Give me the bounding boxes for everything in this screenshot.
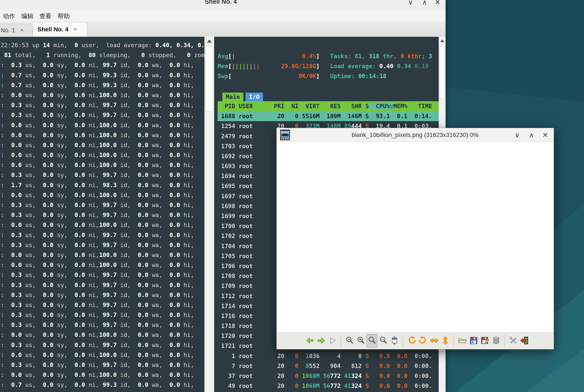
terminal-window-title: Shell No. 4 [205,0,237,5]
htop-process-row[interactable]: 1 root 20 0 1036 4 0 S 0.0 0.0 0:00. [218,351,439,361]
fit-window-icon [390,336,399,346]
save-icon [469,336,479,346]
menu-item[interactable]: 查看 [36,12,54,21]
zoom-fit-icon [368,336,377,346]
nav-next-button[interactable] [316,334,327,348]
preferences-button[interactable] [508,334,519,348]
rotate-ccw-button[interactable] [406,334,417,348]
flip-horizontal-icon [429,336,439,346]
htop-tab-io[interactable]: I/O [245,92,263,101]
toolbar-separator [341,335,341,347]
viewer-titlebar[interactable]: blank_10billion_pixels.png (31623x316230… [277,128,554,142]
top-command-pane[interactable]: 22:26:53 up 14 min, 0 user, load average… [0,37,204,392]
save-button[interactable] [468,334,479,348]
scrollbar-thumb[interactable] [440,46,445,99]
delete-button[interactable] [491,334,502,348]
flip-vertical-button[interactable] [440,334,451,348]
toolbar-separator [454,335,454,347]
rotate-cw-icon [418,336,428,346]
rotate-ccw-icon [407,336,416,346]
image-viewer-window: blank_10billion_pixels.png (31623x316230… [276,128,554,350]
nav-next-icon [317,336,326,346]
htop-column-header[interactable]: PID USER PRI NI VIRT RES SHR S CPU%▽MEM%… [218,101,439,111]
zoom-fit-button[interactable] [367,334,377,348]
save-as-icon [480,336,490,346]
zoom-orig-icon: 1:1 [379,336,388,346]
htop-tab-main[interactable]: Main [222,92,243,101]
menu-item[interactable]: 编辑 [18,12,36,21]
exit-button[interactable] [519,334,530,348]
preferences-icon [509,336,518,346]
tab-label: No. 1 [1,27,15,34]
viewer-image-canvas [277,142,554,333]
save-as-button[interactable] [480,334,490,348]
menu-item[interactable]: 帮助 [54,12,73,21]
image-thumbnail-icon [280,130,290,140]
fit-window-button[interactable] [389,334,400,348]
flip-vertical-icon [441,336,450,346]
shade-button[interactable]: ∨ [513,131,522,139]
close-button[interactable]: ✕ [433,0,442,6]
zoom-out-button[interactable] [344,334,355,348]
toolbar-separator [403,335,403,347]
terminal-titlebar[interactable]: Shell No. 4 ∨∧✕ [0,0,446,10]
zoom-orig-button[interactable]: 1:1 [378,334,389,348]
slideshow-icon [328,336,337,346]
htop-process-row[interactable]: 49 root 20 0 1068M 56772 41324 S 0.0 0.0… [218,381,439,391]
delete-icon [492,336,501,346]
shade-button[interactable]: ∨ [406,0,415,6]
toolbar-separator [504,335,505,347]
tab-close-icon[interactable]: × [20,27,23,34]
terminal-menubar: 动作编辑查看帮助 [0,10,446,22]
terminal-tabbar: No. 1×Shell No. 4× [0,22,446,36]
maximize-button[interactable]: ∧ [420,0,429,6]
open-file-icon [458,336,467,346]
flip-horizontal-button[interactable] [429,334,440,348]
close-button[interactable]: ✕ [541,131,550,139]
nav-prev-button[interactable] [305,334,315,348]
zoom-in-button[interactable] [355,334,366,348]
htop-process-row[interactable]: 50 root 20 0 1068M 56772 41324 S 0.0 0.0… [218,391,439,392]
scrollbar-thumb[interactable] [205,46,213,112]
viewer-window-title: blank_10billion_pixels.png (31623x316230… [352,132,479,138]
nav-prev-icon [305,336,315,346]
svg-text:1:1: 1:1 [381,338,384,340]
scroll-up-icon[interactable] [440,39,444,42]
zoom-in-icon [356,336,365,346]
htop-process-row[interactable]: 37 root 20 0 1068M 56772 41324 S 0.0 0.0… [218,371,439,381]
viewer-toolbar: 1:1 [277,332,554,349]
tab-label: Shell No. 4 [37,26,68,33]
scroll-up-icon[interactable] [207,39,212,42]
open-file-button[interactable] [457,334,468,348]
terminal-tab-1[interactable]: No. 1× [0,24,32,36]
menu-item[interactable]: 动作 [0,12,18,21]
htop-process-row[interactable]: 1688 root 20 0 5516M 189M 146M S 93.1 0.… [218,111,439,121]
tab-close-icon[interactable]: × [73,26,77,33]
exit-icon [520,336,529,346]
htop-process-row[interactable]: 7 root 20 0 8552 904 812 S 0.0 0.0 0:00. [218,361,439,371]
zoom-out-icon [345,336,354,346]
left-pane-scrollbar[interactable] [204,37,214,392]
slideshow-button[interactable] [327,334,338,348]
rotate-cw-button[interactable] [418,334,428,348]
terminal-tab-2[interactable]: Shell No. 4× [32,22,87,36]
maximize-button[interactable]: ∧ [527,131,536,139]
